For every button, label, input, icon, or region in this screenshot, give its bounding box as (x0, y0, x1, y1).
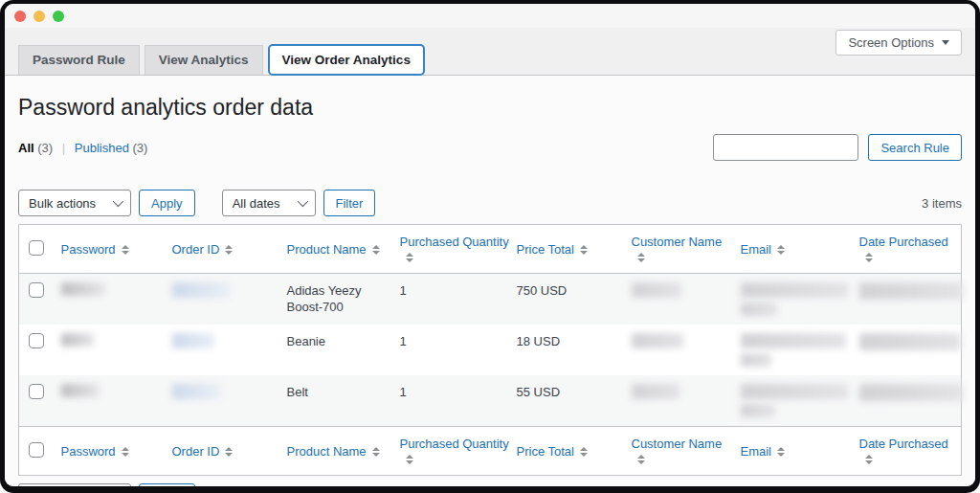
table-header-row: Password Order ID Product Name Purchased… (19, 225, 962, 274)
column-customer-name[interactable]: Customer Name (632, 235, 723, 263)
email-redacted (741, 353, 771, 367)
column-product-name[interactable]: Product Name (287, 242, 380, 257)
bulk-actions-select[interactable]: Bulk actions (18, 190, 131, 216)
product-name-cell: Adidas Yeezy Boost-700 (279, 274, 392, 325)
sort-icon (122, 245, 129, 255)
column-email[interactable]: Email (741, 242, 786, 257)
footer-column-date-purchased[interactable]: Date Purchased (859, 437, 948, 465)
apply-button-bottom[interactable]: Apply (139, 483, 195, 486)
window-minimize-button[interactable] (33, 11, 45, 22)
email-redacted (741, 282, 848, 298)
sort-icon (777, 245, 785, 255)
view-all-label: All (18, 141, 34, 155)
view-filters: All (3) | Published (3) (18, 141, 147, 155)
view-all-count: (3) (37, 141, 53, 155)
email-redacted (741, 303, 777, 316)
purchased-quantity-cell: 1 (392, 325, 509, 375)
date-purchased-redacted (859, 384, 963, 401)
page-title: Password analytics order data (18, 95, 962, 121)
sort-icon (637, 253, 645, 262)
column-date-purchased[interactable]: Date Purchased (859, 235, 948, 263)
footer-column-email[interactable]: Email (741, 444, 786, 459)
view-published[interactable]: Published (3) (75, 141, 148, 155)
select-all-checkbox[interactable] (29, 240, 44, 256)
customer-name-redacted (632, 333, 683, 348)
table-footer-row: Password Order ID Product Name Purchased… (19, 427, 962, 476)
bulk-actions-label: Bulk actions (29, 196, 96, 211)
toolbar-bottom: Bulk actions Apply 3 items (18, 483, 962, 486)
sort-icon (225, 245, 233, 255)
price-total-cell: 55 USD (509, 375, 624, 427)
footer-column-product-name[interactable]: Product Name (287, 444, 380, 459)
view-published-count: (3) (133, 141, 148, 155)
tab-view-order-analytics[interactable]: View Order Analytics (268, 44, 425, 76)
column-order-id[interactable]: Order ID (172, 242, 234, 257)
toolbar-top: Bulk actions Apply All dates Filter 3 it… (18, 190, 962, 216)
column-price-total[interactable]: Price Total (517, 242, 588, 257)
price-total-cell: 18 USD (509, 325, 624, 375)
sort-icon (865, 253, 873, 262)
select-all-checkbox[interactable] (29, 442, 44, 458)
filter-button[interactable]: Filter (323, 190, 376, 216)
sort-icon (122, 447, 129, 457)
customer-name-redacted (632, 282, 681, 298)
sort-icon (865, 455, 873, 464)
footer-column-order-id[interactable]: Order ID (172, 444, 234, 459)
table-row: Beanie 1 18 USD (19, 325, 962, 375)
dates-label: All dates (233, 196, 280, 211)
window-zoom-button[interactable] (53, 11, 64, 22)
row-checkbox[interactable] (29, 282, 44, 298)
footer-column-price-total[interactable]: Price Total (517, 444, 588, 459)
footer-column-purchased-quantity[interactable]: Purchased Quantity (400, 437, 509, 465)
chevron-down-icon (113, 196, 123, 207)
view-published-label[interactable]: Published (75, 141, 129, 155)
tab-strip: Password Rule View Analytics View Order … (5, 28, 975, 76)
order-analytics-table: Password Order ID Product Name Purchased… (18, 224, 962, 476)
sort-icon (406, 455, 413, 464)
sort-icon (225, 447, 233, 457)
email-redacted (741, 384, 848, 399)
dates-select[interactable]: All dates (222, 190, 316, 216)
purchased-quantity-cell: 1 (392, 375, 509, 427)
search-input[interactable] (713, 134, 858, 161)
main-content: Password analytics order data All (3) | … (5, 76, 975, 486)
window-content: Password Rule View Analytics View Order … (5, 4, 975, 486)
sort-icon (777, 447, 785, 457)
sort-icon (406, 253, 413, 262)
view-all[interactable]: All (3) (18, 141, 53, 155)
customer-name-redacted (632, 384, 679, 399)
screen-options-button[interactable]: Screen Options (835, 30, 962, 56)
column-password[interactable]: Password (61, 242, 129, 257)
search-rule-button[interactable]: Search Rule (868, 134, 962, 161)
password-redacted (61, 333, 94, 347)
tab-password-rule[interactable]: Password Rule (18, 45, 140, 75)
sort-icon (637, 455, 645, 464)
caret-down-icon (942, 40, 949, 45)
views-row: All (3) | Published (3) Search Rule (18, 134, 962, 161)
footer-column-password[interactable]: Password (61, 444, 129, 459)
window-titlebar (5, 4, 975, 28)
sort-icon (580, 245, 588, 255)
order-id-redacted (172, 384, 220, 399)
product-name-cell: Beanie (279, 325, 392, 375)
product-name-cell: Belt (279, 375, 392, 427)
window-close-button[interactable] (14, 11, 26, 22)
footer-column-customer-name[interactable]: Customer Name (632, 437, 723, 465)
row-checkbox[interactable] (29, 384, 44, 399)
bulk-actions-select-bottom[interactable]: Bulk actions (18, 483, 131, 486)
password-redacted (61, 384, 100, 397)
table-row: Belt 1 55 USD (19, 375, 962, 427)
sort-icon (372, 245, 380, 255)
column-purchased-quantity[interactable]: Purchased Quantity (400, 235, 509, 263)
price-total-cell: 750 USD (509, 274, 624, 325)
row-checkbox[interactable] (29, 333, 44, 348)
screen-options-label: Screen Options (848, 35, 934, 50)
tab-view-analytics[interactable]: View Analytics (145, 45, 263, 75)
apply-button[interactable]: Apply (139, 190, 195, 216)
view-separator: | (62, 141, 65, 155)
table-row: Adidas Yeezy Boost-700 1 750 USD (19, 274, 962, 325)
sort-icon (580, 447, 588, 457)
items-count-top: 3 items (922, 196, 962, 211)
email-redacted (741, 404, 775, 417)
order-id-redacted (172, 282, 230, 298)
